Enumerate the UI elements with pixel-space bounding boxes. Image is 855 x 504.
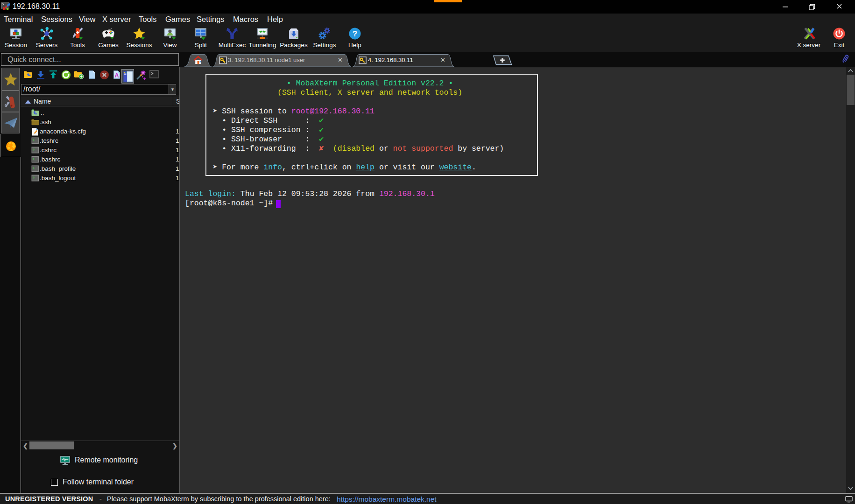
svg-text:A: A (114, 72, 119, 79)
svg-text:?: ? (353, 29, 357, 38)
